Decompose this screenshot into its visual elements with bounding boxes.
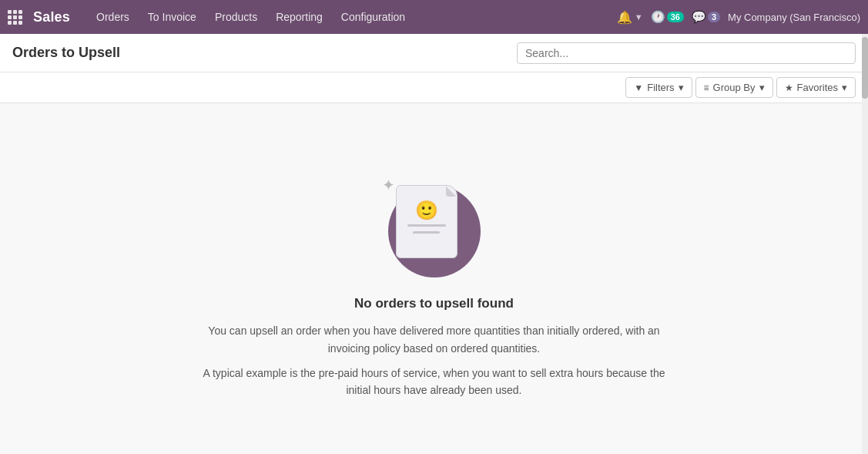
subheader: Orders to Upsell [0, 34, 868, 72]
top-navbar: Sales Orders To Invoice Products Reporti… [0, 0, 868, 34]
filters-button[interactable]: ▼ Filters ▾ [625, 77, 692, 98]
empty-illustration: 🙂 ✦ [380, 170, 488, 277]
favorites-label: Favorites [797, 82, 838, 93]
favorites-chevron: ▾ [842, 82, 847, 93]
nav-configuration[interactable]: Configuration [333, 6, 413, 28]
illus-line-1 [407, 224, 446, 227]
nav-products[interactable]: Products [207, 6, 265, 28]
scrollbar[interactable] [862, 34, 868, 454]
activity-badge-container[interactable]: 🕐 36 [651, 10, 684, 24]
empty-state-title: No orders to upsell found [354, 296, 514, 311]
filter-bar: ▼ Filters ▾ ≡ Group By ▾ ★ Favorites ▾ [0, 72, 868, 103]
notification-bell[interactable]: 🔔 ▼ [617, 10, 643, 25]
illus-document: 🙂 [396, 185, 457, 258]
illus-corner [446, 186, 457, 197]
illus-line-2 [413, 231, 440, 234]
scrollbar-thumb [862, 37, 868, 99]
apps-grid-icon[interactable] [8, 10, 22, 25]
group-by-button[interactable]: ≡ Group By ▾ [695, 77, 773, 98]
page-title: Orders to Upsell [12, 45, 120, 61]
navbar-right: 🔔 ▼ 🕐 36 💬 3 My Company (San Francisco) [617, 10, 860, 25]
illus-smiley: 🙂 [415, 201, 438, 220]
empty-state-desc1: You can upsell an order when you have de… [196, 322, 673, 357]
empty-state-desc2: A typical example is the pre-paid hours … [196, 365, 673, 399]
nav-to-invoice[interactable]: To Invoice [140, 6, 204, 28]
favorites-button[interactable]: ★ Favorites ▾ [776, 77, 856, 98]
favorites-icon: ★ [785, 82, 793, 93]
nav-reporting[interactable]: Reporting [268, 6, 330, 28]
groupby-chevron: ▾ [759, 82, 765, 93]
discuss-count-badge: 3 [708, 12, 720, 22]
filter-icon: ▼ [634, 82, 643, 93]
app-brand[interactable]: Sales [33, 9, 70, 25]
discuss-badge-container[interactable]: 💬 3 [692, 10, 720, 24]
illus-spark: ✦ [382, 176, 395, 194]
activity-count-badge: 36 [667, 12, 684, 22]
filters-chevron: ▾ [679, 82, 684, 93]
company-selector[interactable]: My Company (San Francisco) [728, 12, 860, 23]
nav-orders[interactable]: Orders [89, 6, 137, 28]
search-input[interactable] [525, 47, 847, 59]
main-nav: Orders To Invoice Products Reporting Con… [89, 6, 617, 28]
filters-label: Filters [647, 82, 674, 93]
groupby-icon: ≡ [704, 82, 709, 93]
empty-state-container: 🙂 ✦ No orders to upsell found You can up… [0, 103, 868, 454]
group-by-label: Group By [713, 82, 756, 93]
search-bar[interactable] [517, 42, 856, 64]
